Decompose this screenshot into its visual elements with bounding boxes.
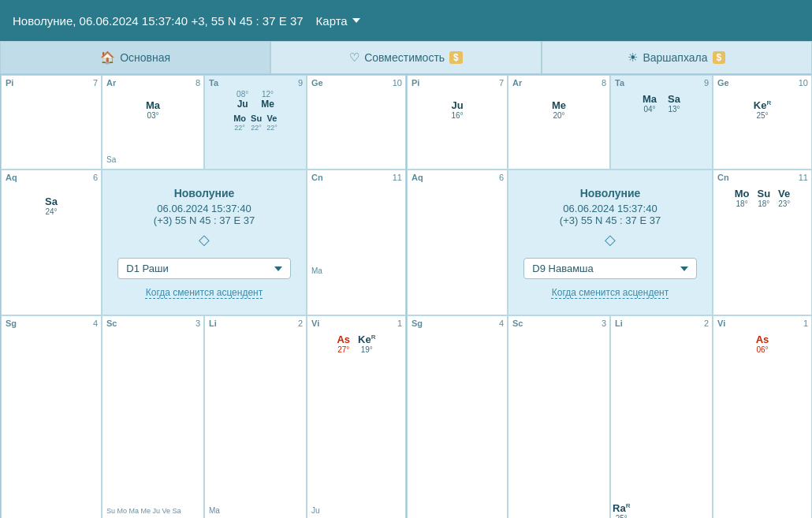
sign-ta-right: Ta — [615, 78, 624, 88]
ju-bottom-left: Ju — [311, 506, 320, 515]
num-7-right: 7 — [499, 78, 504, 88]
cell-sc-3-right: Sc 3 — [508, 315, 610, 518]
sign-pi-left: Pi — [6, 78, 13, 88]
d9-dropdown[interactable]: D9 Навамша — [523, 258, 696, 279]
sign-sc-left: Sc — [106, 319, 117, 328]
num-2-left: 2 — [298, 319, 303, 328]
planet-as-left: As 27° — [337, 334, 350, 354]
sign-ge-left: Ge — [311, 78, 323, 88]
num-8-right: 8 — [602, 78, 606, 88]
num-6-right: 6 — [499, 173, 504, 182]
novolunik-coords-left: (+3) 55 N 45 : 37 E 37 — [154, 214, 255, 226]
sign-sg-right: Sg — [412, 319, 423, 328]
tab-varshapkhala[interactable]: ☀ Варшапхала $ — [542, 41, 812, 74]
cell-ar-8-right: Ar 8 Me 20° — [508, 75, 610, 170]
sign-ta-left: Ta — [209, 78, 218, 88]
sign-ar-left: Ar — [106, 78, 116, 88]
cell-ge-10-left: Ge 10 — [307, 75, 406, 170]
dropdown-chevron-right — [680, 266, 688, 271]
cell-vi-1-right: Vi 1 As 06° — [713, 315, 812, 518]
cell-left-pi-mid: Aq 6 Sa 24° — [1, 170, 102, 315]
tab-sovmestimost[interactable]: ♡ Совместимость $ — [270, 41, 541, 74]
cell-ge-10-right: Ge 10 KeR 25° — [713, 75, 812, 170]
map-dropdown[interactable]: Карта — [316, 14, 360, 28]
novolunik-date-left: 06.06.2024 15:37:40 — [157, 203, 251, 214]
num-9-right: 9 — [704, 78, 709, 88]
sign-vi-left: Vi — [311, 319, 319, 328]
ma-bottom-left: Ma — [209, 506, 220, 515]
planet-me-right: Me 20° — [552, 99, 566, 120]
ascendent-link-right[interactable]: Когда сменится асцендент — [552, 287, 669, 298]
sign-li-left: Li — [209, 319, 217, 328]
cell-pi-7-right: Pi 7 Ju 16° — [407, 75, 508, 170]
home-icon: 🏠 — [100, 50, 115, 65]
num-10-left: 10 — [393, 78, 402, 88]
planet-ra-left: Ma 03° — [146, 99, 160, 120]
weekdays-left: Su Mo Ma Me Ju Ve Sa — [106, 507, 181, 515]
planet-ra-right-bottom: RaR 25° — [613, 502, 630, 518]
sign-aq-left: Aq — [6, 173, 17, 182]
cell-sg-4-left: Sg 4 — [1, 315, 102, 518]
left-panel: Pi 7 Ar 8 Ma 03° Sa Ta 9 — [0, 74, 406, 518]
num-8-left: 8 — [196, 78, 200, 88]
novolunik-coords-right: (+3) 55 N 45 : 37 E 37 — [560, 214, 661, 226]
novolunik-date-right: 06.06.2024 15:37:40 — [563, 203, 657, 214]
planet-sa-main-left: Sa 24° — [45, 196, 58, 216]
dropdown-chevron-left — [274, 266, 282, 271]
planet-me-left: 12° Me — [261, 90, 274, 110]
main-content: Pi 7 Ar 8 Ma 03° Sa Ta 9 — [0, 74, 812, 518]
sign-sg-left: Sg — [6, 319, 17, 328]
planet-sa-right: Sa 13° — [668, 93, 680, 114]
dollar-badge-1: $ — [449, 51, 463, 64]
cell-center-right: Новолуние 06.06.2024 15:37:40 (+3) 55 N … — [508, 170, 713, 315]
right-astro-panel: Pi 7 Ju 16° Ar 8 Me 20° — [406, 74, 812, 518]
num-10-right: 10 — [799, 78, 808, 88]
cell-sg-4-right: Sg 4 — [407, 315, 508, 518]
cell-li-2-left: Li 2 Ma — [204, 315, 307, 518]
sign-aq-right: Aq — [412, 173, 423, 182]
planet-su-right: Su 18° — [757, 188, 770, 208]
sign-li-right: Li — [615, 319, 623, 328]
cell-sc-3-left: Sc 3 Su Mo Ma Me Ju Ve Sa — [102, 315, 204, 518]
num-3-left: 3 — [196, 319, 200, 328]
ascendent-link-left[interactable]: Когда сменится асцендент — [146, 287, 263, 298]
cell-pi-7: Pi 7 — [1, 75, 102, 170]
sign-cn-right: Cn — [717, 173, 729, 182]
d1-dropdown[interactable]: D1 Раши — [117, 258, 290, 279]
novolunik-title-left: Новолуние — [174, 187, 235, 199]
cell-ar-8-left: Ar 8 Ma 03° Sa — [102, 75, 204, 170]
planet-ma-right: Ma 04° — [643, 93, 657, 114]
cell-center-left: Новолуние 06.06.2024 15:37:40 (+3) 55 N … — [102, 170, 307, 315]
planet-ke-left: KeR 19° — [358, 334, 375, 354]
planet-ke-right-top: KeR 25° — [754, 99, 771, 120]
planet-ju-left: 08° Ju — [237, 90, 248, 110]
dollar-badge-2: $ — [713, 51, 726, 64]
sa-label-left: Sa — [106, 155, 116, 164]
tab-osnovnaya[interactable]: 🏠 Основная — [0, 41, 270, 74]
planet-ve-right: Ve 23° — [778, 188, 790, 208]
num-1-left: 1 — [397, 319, 402, 328]
sign-vi-right: Vi — [717, 319, 725, 328]
sign-ge-right: Ge — [717, 78, 729, 88]
sign-ar-right: Ar — [512, 78, 522, 88]
header-title: Новолуние, 06.06.2024 15:37:40 +3, 55 N … — [13, 14, 304, 28]
left-astro-panel: Pi 7 Ar 8 Ma 03° Sa Ta 9 — [0, 74, 406, 518]
planet-mo-right: Mo 18° — [735, 188, 750, 208]
right-panel: Pi 7 Ju 16° Ar 8 Me 20° — [406, 74, 812, 518]
planet-ve-left: Ve 22° — [266, 113, 277, 132]
sign-sc-right: Sc — [512, 319, 523, 328]
num-2-right: 2 — [704, 319, 709, 328]
num-9-left: 9 — [298, 78, 303, 88]
heart-icon: ♡ — [349, 50, 359, 65]
ma-label-left: Ma — [311, 266, 322, 275]
top-bar: Новолуние, 06.06.2024 15:37:40 +3, 55 N … — [0, 0, 812, 41]
planet-mo-left: Mo 22° — [233, 113, 246, 132]
novolunik-title-right: Новолуние — [580, 187, 641, 199]
planet-su-left: Su 22° — [251, 113, 262, 132]
cell-cn-11-left: Cn 11 Ma — [307, 170, 406, 315]
num-4-right: 4 — [499, 319, 504, 328]
num-3-right: 3 — [602, 319, 606, 328]
sign-pi-right: Pi — [412, 78, 419, 88]
num-4-left: 4 — [93, 319, 98, 328]
sign-cn-left: Cn — [311, 173, 323, 182]
